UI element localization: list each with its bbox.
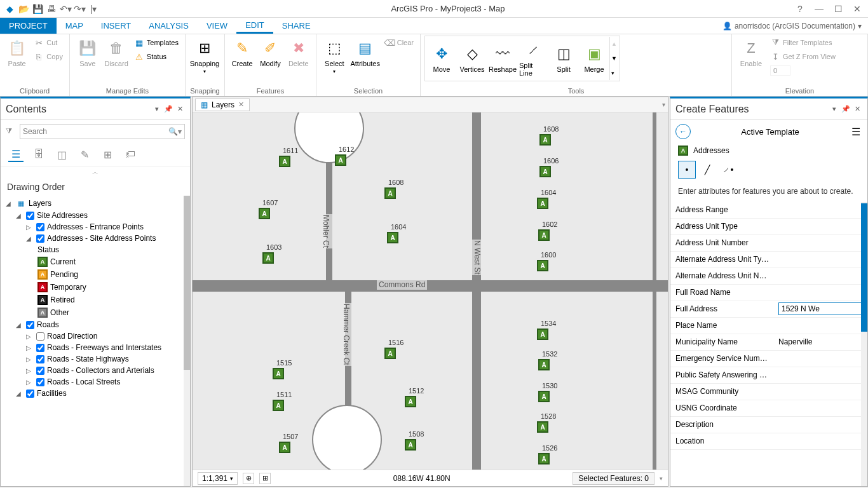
- redo-icon[interactable]: ↷▾: [74, 3, 85, 15]
- address-point[interactable]: A: [279, 156, 290, 167]
- split-tool[interactable]: ◫Split: [548, 41, 579, 76]
- address-point[interactable]: A: [538, 453, 550, 464]
- address-point[interactable]: A: [537, 198, 548, 209]
- attr-input[interactable]: [778, 302, 864, 315]
- address-point[interactable]: A: [405, 439, 416, 451]
- attributes-button[interactable]: ▤Attributes: [350, 36, 381, 70]
- maximize-button[interactable]: ☐: [831, 3, 845, 15]
- tree-road-direction[interactable]: ▷Road Direction: [1, 330, 190, 342]
- along-line-tool[interactable]: ⟋•: [719, 161, 736, 179]
- tree-freeways[interactable]: ▷Roads - Freeways and Interstates: [1, 342, 190, 353]
- tab-map[interactable]: MAP: [57, 18, 92, 34]
- undo-icon[interactable]: ↶▾: [60, 3, 71, 15]
- attr-row[interactable]: Full Road Name: [670, 285, 867, 301]
- tree-site-address-points[interactable]: ◢Addresses - Site Address Points: [1, 233, 190, 244]
- scale-selector[interactable]: 1:1,391▾: [198, 472, 238, 485]
- vertices-tool[interactable]: ◇Vertices: [457, 41, 487, 76]
- cut-button[interactable]: ✂Cut: [31, 36, 65, 50]
- address-point[interactable]: A: [259, 208, 270, 219]
- cf-dropdown-icon[interactable]: ▾: [829, 104, 839, 114]
- open-icon[interactable]: 📂: [18, 3, 29, 15]
- cf-close-icon[interactable]: ✕: [852, 104, 862, 114]
- attr-row[interactable]: Address Unit Type: [670, 219, 867, 235]
- merge-tool[interactable]: ▣Merge: [579, 41, 609, 76]
- get-z-button[interactable]: ↧Get Z From View: [768, 50, 838, 64]
- address-point[interactable]: A: [537, 421, 548, 433]
- help-button[interactable]: ?: [793, 3, 807, 15]
- contents-dropdown-icon[interactable]: ▾: [152, 104, 162, 114]
- map-tabs-dropdown-icon[interactable]: ▾: [662, 101, 665, 108]
- template-addresses[interactable]: A Addresses: [670, 143, 867, 158]
- tree-roads[interactable]: ◢Roads: [1, 319, 190, 330]
- snapping-button[interactable]: ⊞Snapping▾: [189, 36, 220, 77]
- address-point[interactable]: A: [273, 368, 284, 379]
- address-point[interactable]: A: [537, 260, 548, 271]
- save-icon[interactable]: 💾: [32, 3, 43, 15]
- tree-layers[interactable]: ◢▦Layers: [1, 197, 190, 210]
- view-editing[interactable]: ✎: [77, 147, 92, 162]
- attr-row[interactable]: Municipality NameNaperville: [670, 334, 867, 351]
- attr-row[interactable]: Address Unit Number: [670, 235, 867, 252]
- tab-project[interactable]: PROJECT: [0, 18, 57, 34]
- tab-share[interactable]: SHARE: [273, 18, 320, 34]
- tree-site-addresses[interactable]: ◢Site Addresses: [1, 210, 190, 221]
- search-icon[interactable]: 🔍▾: [168, 127, 182, 136]
- status-icon-1[interactable]: ⊕: [243, 473, 254, 484]
- tree-entrance-points[interactable]: ▷Addresses - Entrance Points: [1, 221, 190, 233]
- search-input[interactable]: [23, 127, 168, 136]
- attr-row[interactable]: USNG Coordinate: [670, 400, 867, 417]
- address-point[interactable]: A: [384, 348, 396, 359]
- create-button[interactable]: ✎Create: [229, 36, 255, 70]
- view-source[interactable]: 🗄: [31, 147, 46, 162]
- point-tool[interactable]: •: [678, 161, 696, 179]
- print-icon[interactable]: 🖶: [46, 3, 57, 15]
- address-point[interactable]: A: [262, 252, 274, 264]
- address-point[interactable]: A: [387, 232, 398, 243]
- tree-pending[interactable]: APending: [1, 268, 190, 281]
- app-icon[interactable]: ◆: [4, 3, 15, 15]
- minimize-button[interactable]: —: [812, 3, 826, 15]
- contents-close-icon[interactable]: ✕: [175, 104, 185, 114]
- attr-row[interactable]: Alternate Address Unit Numb: [670, 268, 867, 285]
- address-point[interactable]: A: [538, 391, 550, 402]
- close-button[interactable]: ✕: [850, 3, 864, 15]
- map-canvas[interactable]: Commons Rd Mohler Ct Hammer Creek Ct N W…: [193, 112, 668, 470]
- attr-row[interactable]: Full Address: [670, 301, 867, 318]
- tab-view[interactable]: VIEW: [198, 18, 236, 34]
- tab-close-icon[interactable]: ✕: [238, 100, 244, 109]
- tree-retired[interactable]: ARetired: [1, 294, 190, 306]
- attr-row[interactable]: Location: [670, 433, 867, 450]
- attr-row[interactable]: MSAG Community: [670, 384, 867, 400]
- attr-row[interactable]: Place Name: [670, 318, 867, 334]
- tree-facilities[interactable]: ◢Facilities: [1, 388, 190, 399]
- filter-icon[interactable]: ⧩: [6, 126, 16, 137]
- collapse-icon[interactable]: ︿: [1, 166, 190, 178]
- gallery-down-icon[interactable]: ▼: [610, 54, 618, 63]
- address-point[interactable]: A: [538, 229, 550, 241]
- address-point[interactable]: A: [384, 187, 396, 199]
- attr-value[interactable]: [775, 302, 867, 315]
- view-snapping[interactable]: ⊞: [100, 147, 115, 162]
- split-line-tool[interactable]: ⟋Split Line: [518, 37, 548, 79]
- tab-edit[interactable]: EDIT: [236, 18, 273, 34]
- modify-button[interactable]: ✐Modify: [257, 36, 283, 70]
- qat-more-icon[interactable]: |▾: [88, 3, 99, 15]
- clear-button[interactable]: ⌫Clear: [382, 36, 416, 50]
- address-point[interactable]: A: [539, 134, 551, 146]
- filter-templates-button[interactable]: ⧩Filter Templates: [768, 36, 838, 50]
- status-icon-2[interactable]: ⊞: [259, 473, 271, 484]
- tree-temporary[interactable]: ATemporary: [1, 281, 190, 294]
- address-point[interactable]: A: [538, 359, 550, 370]
- discard-button[interactable]: 🗑Discard: [102, 36, 130, 70]
- delete-button[interactable]: ✖Delete: [285, 36, 312, 70]
- address-point[interactable]: A: [273, 400, 284, 411]
- tree-current[interactable]: ACurrent: [1, 255, 190, 268]
- enable-z-button[interactable]: ZEnable: [736, 36, 766, 70]
- cf-menu-icon[interactable]: ☰: [850, 126, 862, 138]
- paste-button[interactable]: 📋 Paste: [4, 36, 30, 70]
- address-point[interactable]: A: [537, 329, 548, 340]
- status-dropdown-icon[interactable]: ▾: [660, 475, 663, 482]
- reshape-tool[interactable]: 〰Reshape: [487, 41, 518, 76]
- back-button[interactable]: ←: [675, 124, 691, 139]
- tree-highways[interactable]: ▷Roads - State Highways: [1, 353, 190, 365]
